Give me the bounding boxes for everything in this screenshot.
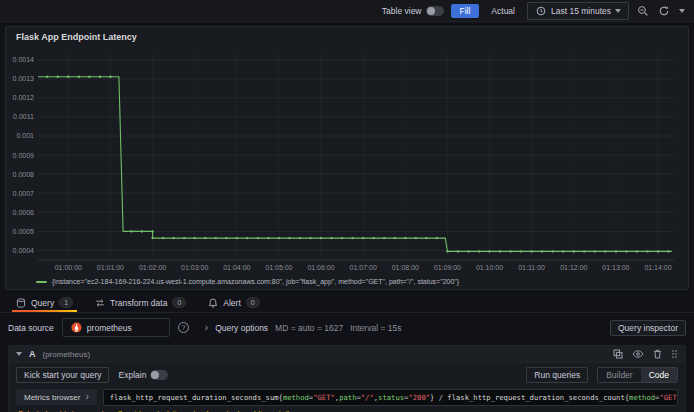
svg-text:0.0008: 0.0008: [13, 171, 35, 178]
editor-tabs: Query 1 Transform data 0 Alert 0: [0, 290, 694, 313]
legend-series-label[interactable]: {instance="ec2-184-169-216-224.us-west-1…: [52, 278, 459, 285]
refresh-button[interactable]: [657, 4, 671, 18]
tab-alert-count: 0: [246, 297, 260, 308]
bell-icon: [208, 298, 218, 308]
svg-text:01:01:00: 01:01:00: [97, 264, 124, 271]
chevron-down-icon: [615, 9, 621, 13]
datasource-name: prometheus: [87, 323, 132, 333]
svg-text:0.0009: 0.0009: [13, 152, 35, 159]
svg-text:0.0004: 0.0004: [13, 247, 35, 254]
svg-text:01:10:00: 01:10:00: [476, 264, 503, 271]
svg-text:01:00:00: 01:00:00: [55, 264, 82, 271]
editor-toolbar: Table view Fill Actual Last 15 minutes: [0, 0, 694, 22]
table-view-control: Table view: [382, 6, 444, 16]
clock-icon: [535, 5, 547, 17]
latency-chart[interactable]: 0.00040.00050.00060.00070.00080.00090.00…: [8, 45, 684, 275]
query-warning: Selected metric is a counter. Consider c…: [9, 407, 685, 412]
svg-text:01:04:00: 01:04:00: [223, 264, 250, 271]
datasource-row: Data source prometheus ? › Query options…: [0, 313, 694, 342]
eye-icon[interactable]: [632, 349, 644, 359]
svg-text:01:06:00: 01:06:00: [307, 264, 334, 271]
chevron-right-icon: ›: [85, 392, 88, 402]
metrics-browser-label: Metrics browser: [24, 393, 80, 402]
query-inspector-button[interactable]: Query inspector: [610, 320, 686, 336]
chevron-right-icon: ›: [205, 323, 208, 333]
explain-toggle[interactable]: [150, 370, 168, 380]
run-queries-button[interactable]: Run queries: [526, 367, 588, 383]
query-ref-id: A: [29, 349, 36, 359]
query-expression[interactable]: flask_http_request_duration_seconds_sum{…: [103, 389, 678, 406]
svg-text:01:14:00: 01:14:00: [644, 264, 671, 271]
svg-text:0.0007: 0.0007: [13, 190, 35, 197]
chevron-down-icon: [679, 9, 685, 13]
editor-mode-switch: Builder Code: [597, 367, 678, 383]
refresh-icon: [658, 5, 670, 17]
query-options-toggle[interactable]: › Query options MD = auto = 1627 Interva…: [205, 323, 402, 333]
tab-query-count: 1: [59, 297, 73, 308]
zoom-out-icon: [637, 5, 649, 17]
builder-mode-button[interactable]: Builder: [598, 368, 640, 382]
query-datasource-hint: (prometheus): [43, 350, 91, 359]
table-view-label: Table view: [382, 6, 422, 16]
panel-title[interactable]: Flask App Endpoint Latency: [6, 27, 688, 45]
query-options-md-summary: MD = auto = 1627: [275, 323, 343, 333]
kick-start-button[interactable]: Kick start your query: [16, 367, 109, 383]
svg-text:01:11:00: 01:11:00: [518, 264, 545, 271]
svg-text:01:09:00: 01:09:00: [434, 264, 461, 271]
svg-text:01:12:00: 01:12:00: [560, 264, 587, 271]
trash-icon[interactable]: [653, 349, 662, 359]
refresh-interval-button[interactable]: [678, 8, 686, 14]
table-view-toggle[interactable]: [426, 6, 444, 16]
svg-text:01:02:00: 01:02:00: [139, 264, 166, 271]
svg-text:0.0012: 0.0012: [13, 94, 35, 101]
code-mode-button[interactable]: Code: [641, 368, 677, 382]
query-header-actions: [613, 349, 678, 359]
latency-panel: Flask App Endpoint Latency 0.00040.00050…: [5, 26, 689, 290]
svg-text:0.0013: 0.0013: [13, 75, 35, 82]
chart-area[interactable]: 0.00040.00050.00060.00070.00080.00090.00…: [6, 45, 688, 277]
query-toolbar: Kick start your query Explain Run querie…: [9, 363, 685, 387]
tab-alert-label: Alert: [223, 298, 240, 308]
time-range-picker[interactable]: Last 15 minutes: [527, 2, 629, 20]
svg-text:0.0011: 0.0011: [13, 113, 34, 120]
svg-text:01:07:00: 01:07:00: [350, 264, 377, 271]
svg-text:0.0005: 0.0005: [13, 228, 35, 235]
tab-alert[interactable]: Alert 0: [200, 293, 267, 312]
explain-label: Explain: [118, 370, 146, 380]
time-range-label: Last 15 minutes: [551, 6, 611, 16]
fill-button[interactable]: Fill: [451, 4, 480, 18]
svg-text:01:05:00: 01:05:00: [265, 264, 292, 271]
database-icon: [16, 298, 26, 308]
svg-text:01:03:00: 01:03:00: [181, 264, 208, 271]
svg-text:0.0006: 0.0006: [13, 209, 35, 216]
zoom-out-button[interactable]: [636, 4, 650, 18]
tab-transform-label: Transform data: [110, 298, 167, 308]
query-card: A (prometheus) Kick start your query Exp…: [8, 345, 686, 412]
tab-transform-count: 0: [172, 297, 186, 308]
query-options-interval-summary: Interval = 15s: [350, 323, 401, 333]
tab-query-label: Query: [31, 298, 54, 308]
svg-text:0.001: 0.001: [16, 132, 34, 139]
datasource-label: Data source: [8, 323, 54, 333]
drag-handle-icon[interactable]: [671, 349, 678, 359]
duplicate-icon[interactable]: [613, 349, 623, 359]
actual-button[interactable]: Actual: [486, 4, 520, 18]
transform-icon: [95, 298, 105, 308]
prometheus-icon: [71, 322, 82, 333]
tab-transform[interactable]: Transform data 0: [87, 293, 194, 312]
query-header-row[interactable]: A (prometheus): [9, 346, 685, 363]
datasource-picker[interactable]: prometheus: [62, 318, 170, 337]
help-icon[interactable]: ?: [178, 322, 189, 333]
svg-text:0.0014: 0.0014: [13, 56, 35, 63]
chart-legend: {instance="ec2-184-169-216-224.us-west-1…: [6, 277, 688, 285]
legend-swatch: [36, 281, 47, 283]
metrics-browser-button[interactable]: Metrics browser ›: [16, 389, 97, 405]
svg-text:01:08:00: 01:08:00: [392, 264, 419, 271]
collapse-chevron-icon[interactable]: [16, 352, 22, 356]
explain-control: Explain: [118, 370, 168, 380]
query-options-label: Query options: [215, 323, 268, 333]
query-code-row: Metrics browser › flask_http_request_dur…: [9, 387, 685, 407]
svg-text:01:13:00: 01:13:00: [602, 264, 629, 271]
tab-query[interactable]: Query 1: [8, 293, 81, 312]
